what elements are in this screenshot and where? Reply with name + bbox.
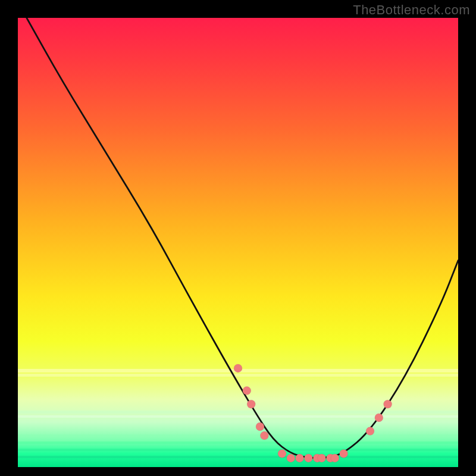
plot-area <box>18 18 458 467</box>
data-point <box>384 400 392 408</box>
data-point <box>366 427 374 436</box>
curve-svg <box>18 18 458 467</box>
data-point <box>304 454 312 462</box>
data-point <box>340 449 348 458</box>
data-point <box>234 364 242 372</box>
data-point <box>256 422 264 431</box>
data-point <box>296 454 304 462</box>
data-points-group <box>234 364 392 462</box>
bottleneck-curve <box>27 18 458 458</box>
data-point <box>243 387 251 395</box>
data-point <box>247 400 255 408</box>
data-point <box>318 454 326 462</box>
data-point <box>375 414 383 422</box>
data-point <box>287 454 295 462</box>
data-point <box>278 449 286 458</box>
chart-frame: TheBottleneck.com <box>0 0 476 476</box>
watermark-text: TheBottleneck.com <box>353 2 470 18</box>
data-point <box>331 454 339 462</box>
data-point <box>260 431 268 440</box>
